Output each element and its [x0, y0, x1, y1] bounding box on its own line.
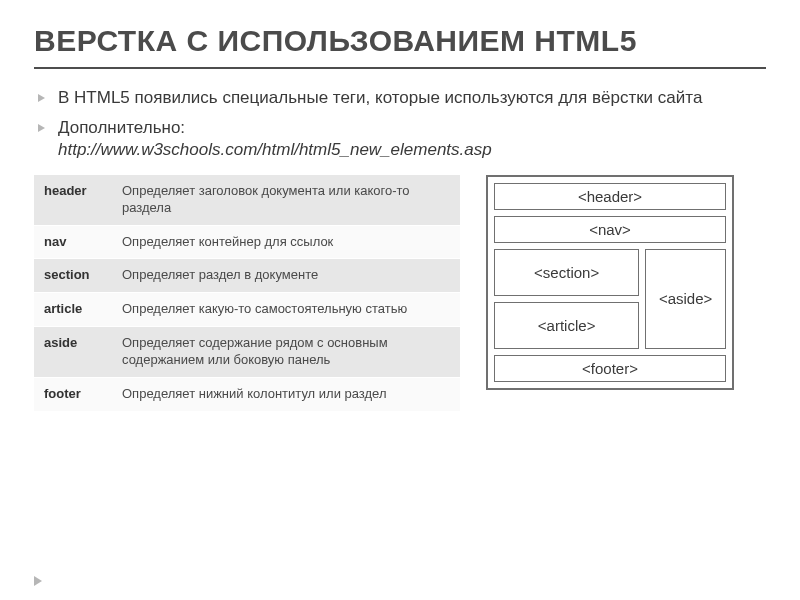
tag-name: header [34, 175, 112, 225]
tag-desc: Определяет какую-то самостоятельную стат… [112, 293, 460, 327]
bullet-item: В HTML5 появились специальные теги, кото… [38, 87, 766, 109]
tags-table: header Определяет заголовок документа ил… [34, 175, 460, 412]
tag-desc: Определяет заголовок документа или каког… [112, 175, 460, 225]
diagram-aside: <aside> [645, 249, 726, 349]
diagram-article: <article> [494, 302, 639, 349]
table-row: article Определяет какую-то самостоятель… [34, 293, 460, 327]
bullet-list: В HTML5 появились специальные теги, кото… [38, 87, 766, 161]
bullet-label: Дополнительно: [58, 117, 766, 139]
diagram-footer: <footer> [494, 355, 726, 382]
tag-name: aside [34, 327, 112, 378]
tag-name: footer [34, 378, 112, 412]
bullet-item: Дополнительно: http://www.w3schools.com/… [38, 117, 766, 161]
diagram-header: <header> [494, 183, 726, 210]
tag-desc: Определяет содержание рядом с основным с… [112, 327, 460, 378]
tag-desc: Определяет нижний колонтитул или раздел [112, 378, 460, 412]
bullet-link-text: http://www.w3schools.com/html/html5_new_… [58, 139, 766, 161]
table-row: aside Определяет содержание рядом с осно… [34, 327, 460, 378]
diagram-nav: <nav> [494, 216, 726, 243]
table-row: nav Определяет контейнер для ссылок [34, 225, 460, 259]
tag-desc: Определяет раздел в документе [112, 259, 460, 293]
footer-arrow-icon [34, 576, 42, 586]
tag-name: article [34, 293, 112, 327]
tag-name: section [34, 259, 112, 293]
table-row: section Определяет раздел в документе [34, 259, 460, 293]
diagram-section: <section> [494, 249, 639, 296]
page-title: ВЕРСТКА С ИСПОЛЬЗОВАНИЕМ HTML5 [34, 24, 766, 69]
layout-diagram: <header> <nav> <section> <article> <asid… [486, 175, 734, 390]
table-row: header Определяет заголовок документа ил… [34, 175, 460, 225]
tag-desc: Определяет контейнер для ссылок [112, 225, 460, 259]
table-row: footer Определяет нижний колонтитул или … [34, 378, 460, 412]
tag-name: nav [34, 225, 112, 259]
